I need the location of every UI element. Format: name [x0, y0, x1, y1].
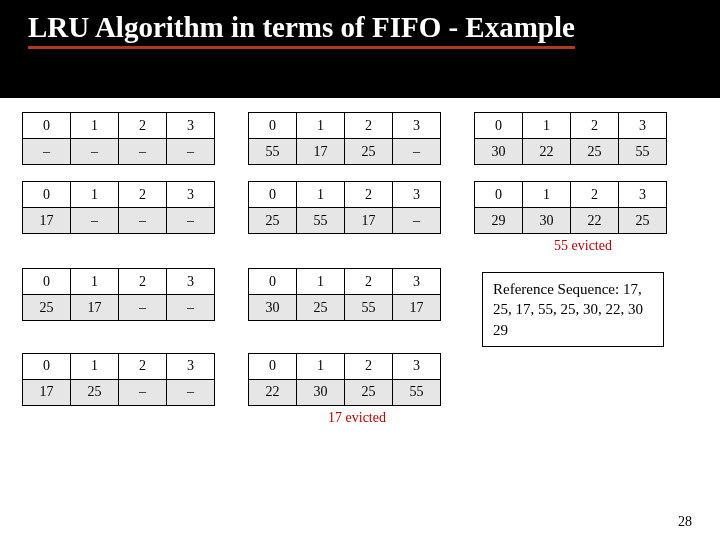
frame-table-r1c2: 0123 551725–	[248, 112, 441, 165]
slide-title: LRU Algorithm in terms of FIFO - Example	[28, 10, 575, 49]
page-number: 28	[678, 514, 692, 530]
frame-table-r1c1: 0123 ––––	[22, 112, 215, 165]
frame-table-r2c1: 0123 17–––	[22, 181, 215, 234]
frame-table-r4c2: 0123 22302555	[248, 353, 441, 406]
frame-table-r2c3: 0123 29302225	[474, 181, 667, 234]
eviction-caption-55: 55 evicted	[470, 238, 696, 254]
eviction-caption-17: 17 evicted	[244, 410, 470, 426]
frame-table-r1c3: 0123 30222555	[474, 112, 667, 165]
slide-header: LRU Algorithm in terms of FIFO - Example	[0, 0, 720, 63]
frame-table-r3c2: 0123 30255517	[248, 268, 441, 321]
frame-table-r4c1: 0123 1725––	[22, 353, 215, 406]
reference-sequence-box: Reference Sequence: 17, 25, 17, 55, 25, …	[482, 272, 664, 347]
frame-table-r3c1: 0123 2517––	[22, 268, 215, 321]
slide-content: 0123 –––– 0123 551725– 0123 30222555 012…	[0, 98, 720, 540]
frame-table-r2c2: 0123 255517–	[248, 181, 441, 234]
